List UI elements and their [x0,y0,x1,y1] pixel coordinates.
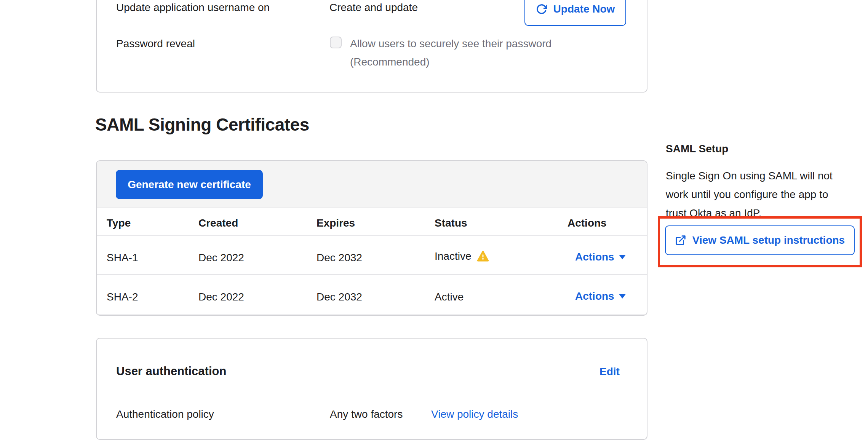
col-header-actions: Actions [567,217,607,229]
actions-label: Actions [575,251,614,263]
generate-certificate-button[interactable]: Generate new certificate [116,170,263,199]
row-divider [97,314,647,315]
view-saml-setup-label: View SAML setup instructions [692,234,845,246]
cert-expires: Dec 2032 [317,291,362,303]
description-line: Single Sign On using SAML will not [666,166,833,185]
sign-on-settings-card: Update application username on Create an… [96,0,647,93]
description-line: work until you configure the app to [666,185,833,204]
user-authentication-heading: User authentication [116,364,226,378]
saml-setup-heading: SAML Setup [666,143,728,155]
update-username-label: Update application username on [116,2,270,14]
caret-down-icon [619,294,626,299]
caret-down-icon [619,255,626,259]
password-reveal-label: Password reveal [116,38,195,50]
refresh-icon [536,3,547,15]
edit-link[interactable]: Edit [599,366,620,378]
col-header-expires: Expires [317,217,355,229]
saml-setup-description: Single Sign On using SAML will not work … [666,166,833,222]
cert-status: Active [435,291,464,303]
cert-expires: Dec 2032 [317,252,362,264]
user-authentication-card: User authentication Edit Authentication … [96,338,647,440]
cert-status: Inactive [435,250,472,262]
checkbox-label-line1: Allow users to securely see their passwo… [350,38,551,50]
actions-label: Actions [575,290,614,302]
actions-dropdown[interactable]: Actions [575,251,626,263]
cert-created: Dec 2022 [198,252,244,264]
col-header-status: Status [435,217,467,229]
certificates-card: Generate new certificate Type Created Ex… [96,160,647,316]
update-username-value: Create and update [329,2,418,14]
external-link-icon [675,235,686,246]
col-header-created: Created [198,217,238,229]
cert-type: SHA-1 [107,252,138,264]
authentication-policy-label: Authentication policy [116,408,214,420]
header-divider [97,235,647,236]
cert-type: SHA-2 [107,291,138,303]
col-header-type: Type [107,217,131,229]
cert-created: Dec 2022 [198,291,244,303]
warning-icon [477,250,489,262]
actions-dropdown[interactable]: Actions [575,290,626,302]
update-now-button[interactable]: Update Now [524,0,626,26]
row-divider [97,274,647,275]
authentication-policy-value: Any two factors [330,408,403,420]
view-policy-details-link[interactable]: View policy details [431,408,518,420]
generate-certificate-label: Generate new certificate [128,179,251,191]
view-saml-setup-instructions-button[interactable]: View SAML setup instructions [665,225,855,255]
password-reveal-checkbox[interactable] [330,37,342,48]
checkbox-label-line2: (Recommended) [350,56,430,68]
saml-signing-certificates-heading: SAML Signing Certificates [95,114,309,135]
update-now-label: Update Now [553,3,615,15]
